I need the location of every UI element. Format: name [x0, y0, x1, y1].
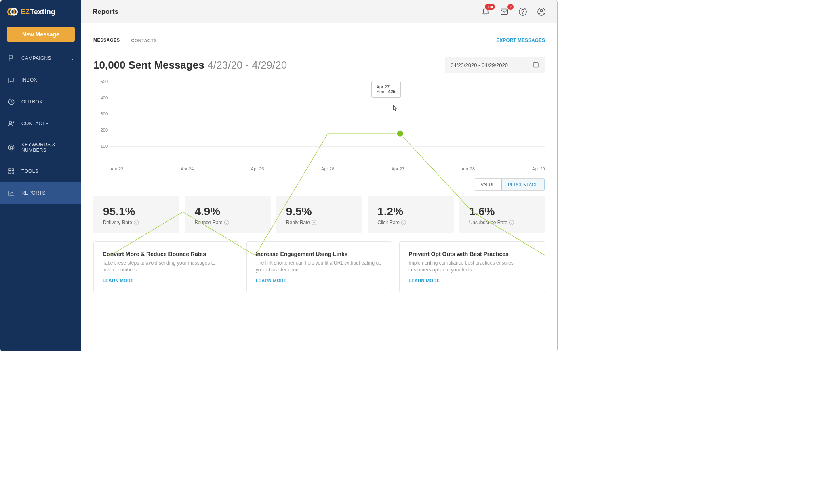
account-button[interactable]: [537, 7, 546, 16]
cursor-icon: [391, 104, 399, 114]
sent-messages-range: 4/23/20 - 4/29/20: [208, 59, 287, 71]
page-heading: Reports: [93, 8, 118, 16]
date-range-picker[interactable]: 04/23/2020 - 04/29/2020: [445, 57, 545, 74]
sent-messages-count: 10,000 Sent Messages: [93, 59, 204, 71]
tooltip-date: Apr 27: [377, 84, 396, 89]
clock-icon: [8, 98, 15, 105]
sidebar-item-keywords[interactable]: KEYWORDS & NUMBERS: [0, 134, 81, 160]
chart-ytick: 500: [94, 79, 108, 84]
notifications-button[interactable]: 114: [481, 7, 490, 16]
app-frame: EZTexting New Message CAMPAIGNS ⌄ INBOX …: [0, 0, 558, 351]
chart-ytick: 400: [94, 95, 108, 100]
chart-ytick: 100: [94, 144, 108, 149]
svg-point-17: [396, 130, 404, 137]
export-messages-link[interactable]: EXPORT MESSAGES: [496, 38, 545, 43]
tabs-row: MESSAGES CONTACTS EXPORT MESSAGES: [93, 34, 545, 46]
brand-mark-icon: [7, 6, 18, 17]
chevron-down-icon: ⌄: [71, 56, 74, 61]
sidebar-item-label: CAMPAIGNS: [21, 55, 51, 61]
svg-rect-9: [9, 172, 11, 174]
sidebar-item-label: CONTACTS: [21, 121, 49, 126]
tab-messages[interactable]: MESSAGES: [93, 34, 120, 46]
sidebar-item-inbox[interactable]: INBOX: [0, 69, 81, 91]
message-icon: [8, 76, 15, 84]
svg-rect-11: [501, 9, 508, 14]
sidebar-item-outbox[interactable]: OUTBOX: [0, 91, 81, 113]
svg-rect-10: [12, 172, 14, 174]
chart-ytick: 300: [94, 111, 108, 116]
sidebar-item-label: INBOX: [21, 77, 37, 83]
messages-badge: 2: [507, 4, 514, 10]
svg-point-15: [540, 9, 543, 12]
sidebar-item-campaigns[interactable]: CAMPAIGNS ⌄: [0, 47, 81, 69]
calendar-icon: [532, 61, 539, 69]
chart-icon: [8, 189, 15, 197]
svg-point-4: [13, 122, 14, 123]
sidebar-item-tools[interactable]: TOOLS: [0, 160, 81, 182]
sidebar: EZTexting New Message CAMPAIGNS ⌄ INBOX …: [0, 0, 81, 351]
flag-icon: [8, 55, 15, 62]
notifications-badge: 114: [485, 4, 495, 10]
tooltip-value: 425: [388, 89, 395, 94]
brand-logo: EZTexting: [0, 0, 81, 23]
target-icon: [8, 144, 15, 151]
help-button[interactable]: [518, 7, 527, 16]
date-range-text: 04/23/2020 - 04/29/2020: [451, 62, 508, 68]
svg-point-13: [523, 13, 523, 14]
sidebar-item-label: TOOLS: [21, 168, 38, 174]
chart-tooltip: Apr 27 Sent425: [371, 81, 401, 98]
grid-icon: [8, 168, 15, 175]
new-message-button[interactable]: New Message: [7, 27, 75, 42]
messages-button[interactable]: 2: [500, 7, 509, 16]
tab-contacts[interactable]: CONTACTS: [131, 35, 157, 46]
svg-rect-16: [533, 63, 538, 67]
svg-rect-7: [9, 169, 11, 171]
main-panel: Reports 114 2 MESSAGES: [81, 0, 557, 351]
svg-rect-8: [12, 169, 14, 171]
svg-point-6: [10, 146, 13, 149]
users-icon: [8, 120, 15, 127]
svg-point-5: [8, 145, 14, 150]
brand-name: EZTexting: [21, 8, 55, 16]
tooltip-label: Sent: [377, 89, 386, 94]
sent-messages-chart: Apr 27 Sent425 100200300400500 Apr 23Apr…: [93, 82, 545, 171]
sidebar-item-reports[interactable]: REPORTS: [0, 182, 81, 204]
sidebar-item-contacts[interactable]: CONTACTS: [0, 113, 81, 134]
content-area: MESSAGES CONTACTS EXPORT MESSAGES 10,000…: [81, 23, 557, 351]
chart-ytick: 200: [94, 128, 108, 132]
topbar: Reports 114 2: [81, 0, 557, 23]
sidebar-item-label: KEYWORDS & NUMBERS: [21, 142, 74, 153]
svg-point-3: [9, 121, 12, 124]
sidebar-nav: CAMPAIGNS ⌄ INBOX OUTBOX CONTACTS KEYWOR…: [0, 47, 81, 204]
sidebar-item-label: REPORTS: [21, 190, 46, 196]
sidebar-item-label: OUTBOX: [21, 99, 42, 105]
